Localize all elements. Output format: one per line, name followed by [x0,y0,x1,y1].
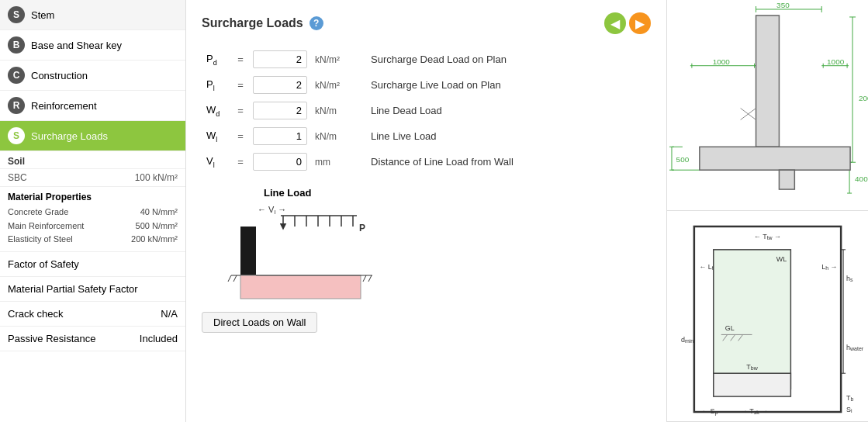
base-rect [240,275,361,299]
pl-unit: kN/m² [312,72,366,98]
hb-label: Tb [846,394,853,402]
reinforcement-label: Reinforcement [31,100,97,112]
field-wl: Wl = kN/m Line Live Load [202,123,651,149]
lt-label: ← Lt [699,263,713,271]
ttw-label: ← Ttw → [754,233,781,240]
wd-desc: Line Dead Load [366,98,651,123]
nav-arrows: ◀ ▶ [604,12,651,34]
stem-letter: S [8,6,25,23]
nav-forward-button[interactable]: ▶ [629,12,651,34]
pd-desc: Surcharge Dead Load on Plan [366,47,651,72]
prop-rebar-label: Main Reinforcement [8,220,84,233]
field-pl: Pl = kN/m² Surcharge Live Load on Plan [202,72,651,98]
hatch3 [363,275,366,282]
hatch1 [228,275,231,282]
si-label: Si [846,406,852,413]
stem-label: Stem [31,9,54,21]
pd-input-cell [248,47,312,72]
direct-loads-button[interactable]: Direct Loads on Wall [202,312,317,333]
construction-letter: C [8,67,25,84]
sidebar-item-reinforcement[interactable]: R Reinforcement [0,91,185,121]
vl-eq: = [233,149,248,175]
tsk-label: → Tsk → [741,407,768,415]
vl-arrow-label: ← Vl → [258,205,286,216]
lh-label: Lh → [821,263,837,271]
sidebar-material-partial[interactable]: Material Partial Safety Factor [0,277,185,302]
hatch2 [233,275,237,282]
sidebar: S Stem B Base and Shear key C Constructi… [0,0,186,422]
vl-input-cell [248,149,312,175]
wl-eq: = [233,123,248,149]
sidebar-factor-safety[interactable]: Factor of Safety [0,252,185,277]
pl-label: Pl [202,72,233,98]
line-load-title: Line Load [264,187,311,199]
nav-back-button[interactable]: ◀ [604,12,626,34]
main-title-area: Surcharge Loads ? [202,16,323,30]
material-props: Material Properties Concrete Grade 40 N/… [0,187,185,252]
passive-resistance-value: Included [140,333,178,344]
pl-input[interactable] [253,76,307,94]
sidebar-item-stem[interactable]: S Stem [0,0,185,30]
sidebar-item-base[interactable]: B Base and Shear key [0,30,185,61]
dim-400: 400 [855,175,868,183]
pd-unit: kN/m² [312,47,366,72]
main-header: Surcharge Loads ? ◀ ▶ [202,12,651,34]
sidebar-item-construction[interactable]: C Construction [0,61,185,91]
prop-elastic-label: Elasticity of Steel [8,233,73,247]
field-wd: Wd = kN/m Line Dead Load [202,98,651,123]
reinforcement-letter: R [8,97,25,114]
cs-stem [756,16,780,147]
pl-desc: Surcharge Live Load on Plan [366,72,651,98]
vl-input[interactable] [253,153,307,171]
wd-input-cell [248,98,312,123]
soil-section-header: Soil [0,151,185,169]
vl-unit: mm [312,149,366,175]
dim-2000: 2000 [859,94,868,102]
wd-input[interactable] [253,102,307,119]
field-pd: Pd = kN/m² Surcharge Dead Load on Plan [202,47,651,72]
wl-input-cell [248,123,312,149]
prop-rebar: Main Reinforcement 500 N/mm² [8,220,178,233]
line-load-svg: ← Vl → P [217,202,388,303]
sbc-value: 100 kN/m² [135,172,178,183]
dim-500: 500 [676,155,690,164]
prop-elastic: Elasticity of Steel 200 kN/mm² [8,233,178,247]
pd-input[interactable] [253,50,307,68]
wl-label: WL [776,255,787,263]
base-letter: B [8,36,25,54]
vl-desc: Distance of Line Load from Wall [366,149,651,175]
dim-1000-left: 1000 [713,57,731,66]
p-label: P [359,223,365,233]
gl-label: GL [725,324,735,332]
cross-section-svg: 350 1000 1000 2000 500 400 [667,0,868,210]
sidebar-crack-check: Crack check N/A [0,302,185,327]
sidebar-item-surcharge[interactable]: S Surcharge Loads [0,121,185,151]
cs-key [779,170,794,189]
wd-unit: kN/m [312,98,366,123]
crack-check-value: N/A [161,308,178,320]
passive-resistance-label: Passive Resistance [8,333,95,344]
surcharge-label: Surcharge Loads [31,130,108,142]
help-icon[interactable]: ? [310,16,323,30]
right-panel: 350 1000 1000 2000 500 400 [666,0,868,422]
bottom-diagram: ← Ttw → ← Lt Lh → WL GL hs hwater Tb dmi… [667,211,868,422]
surcharge-form: Pd = kN/m² Surcharge Dead Load on Plan P… [202,47,651,175]
sidebar-passive-resistance: Passive Resistance Included [0,327,185,351]
crack-check-label: Crack check [8,308,64,320]
sp-label: ← Sp [701,407,718,416]
cs-base [700,147,850,170]
main-content: Surcharge Loads ? ◀ ▶ Pd = kN/m² Surchar… [186,0,666,422]
dim-1000-right: 1000 [827,57,845,66]
field-vl: Vl = mm Distance of Line Load from Wall [202,149,651,175]
pl-input-cell [248,72,312,98]
sbc-row: SBC 100 kN/m² [0,169,185,187]
wd-label: Wd [202,98,233,123]
wl-desc: Line Live Load [366,123,651,149]
prop-concrete-label: Concrete Grade [8,206,68,220]
wl-unit: kN/m [312,123,366,149]
construction-label: Construction [31,70,88,81]
prop-concrete: Concrete Grade 40 N/mm² [8,206,178,220]
wl-input[interactable] [253,127,307,145]
top-diagram: 350 1000 1000 2000 500 400 [667,0,868,211]
pl-eq: = [233,72,248,98]
